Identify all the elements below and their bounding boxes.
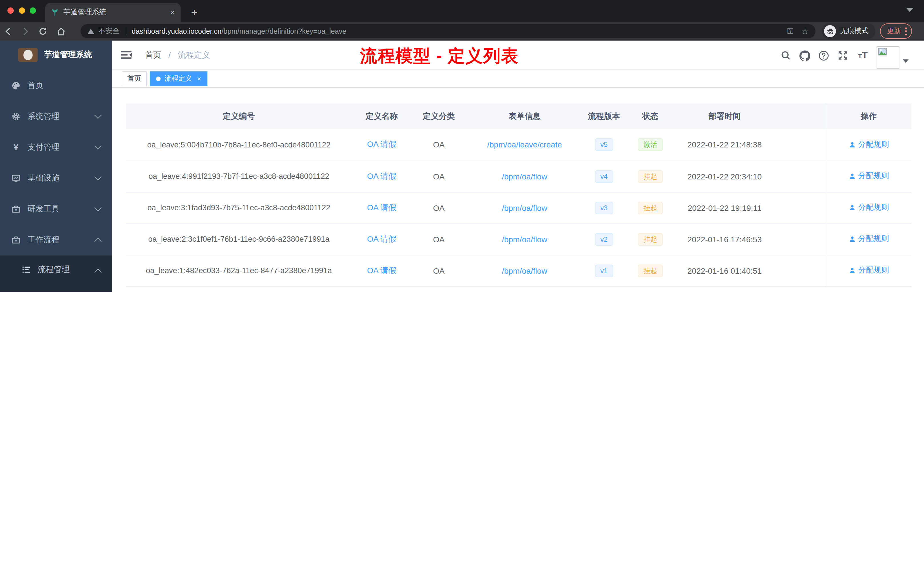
cell-deploy-time: 2022-01-22 19:19:11 xyxy=(675,192,774,223)
sidebar-item-label: 基础设施 xyxy=(27,173,59,183)
password-key-icon[interactable]: ⚿ xyxy=(787,26,794,36)
form-link[interactable]: /bpm/oa/flow xyxy=(502,266,548,275)
col-header-filler xyxy=(774,104,826,129)
status-badge: 激活 xyxy=(638,139,663,151)
sidebar-item-devtools[interactable]: 研发工具 xyxy=(0,194,112,224)
fullscreen-icon[interactable] xyxy=(837,49,849,62)
incognito-badge: 无痕模式 xyxy=(822,23,875,39)
security-warning-icon xyxy=(87,28,94,34)
definition-name-link[interactable]: OA 请假 xyxy=(367,203,396,212)
back-button[interactable] xyxy=(2,25,14,37)
sidebar-item-payment[interactable]: ¥ 支付管理 xyxy=(0,132,112,163)
cell-definition-id: oa_leave:2:3c1f0ef1-76b1-11ec-9c66-a2380… xyxy=(126,223,352,255)
gear-icon xyxy=(12,112,21,121)
window-zoom-button[interactable] xyxy=(30,7,36,14)
broken-image-icon xyxy=(878,48,887,55)
status-badge: 挂起 xyxy=(638,170,663,183)
chevron-down-icon xyxy=(94,204,101,211)
dashboard-icon xyxy=(12,81,21,90)
sidebar-menu: 首页 系统管理 ¥ 支付管理 xyxy=(0,70,112,292)
font-size-icon[interactable]: TT xyxy=(856,49,869,62)
sidebar-item-system[interactable]: 系统管理 xyxy=(0,101,112,132)
col-header-category: 定义分类 xyxy=(411,104,466,129)
definition-name-link[interactable]: OA 请假 xyxy=(367,266,396,275)
col-header-id: 定义编号 xyxy=(126,104,352,129)
list-tree-icon xyxy=(22,265,31,274)
tab-close-icon[interactable]: × xyxy=(171,8,175,16)
version-badge[interactable]: v5 xyxy=(594,139,613,151)
browser-toolbar: 不安全 dashboard.yudao.iocoder.cn/bpm/manag… xyxy=(0,22,924,41)
sidebar-item-workflow[interactable]: 工作流程 xyxy=(0,224,112,256)
chevron-down-icon xyxy=(94,173,101,180)
user-icon xyxy=(848,236,856,243)
home-button[interactable] xyxy=(55,25,67,37)
user-icon xyxy=(848,141,856,148)
form-link[interactable]: /bpm/oa/flow xyxy=(502,172,548,181)
form-link[interactable]: /bpm/oa/leave/create xyxy=(487,140,562,149)
reload-button[interactable] xyxy=(36,25,49,37)
cell-deploy-time: 2022-01-22 21:48:38 xyxy=(675,129,774,160)
new-tab-button[interactable]: + xyxy=(187,5,202,20)
user-icon xyxy=(848,173,856,180)
sidebar-item-label: 支付管理 xyxy=(27,142,59,153)
assign-rule-link[interactable]: 分配规则 xyxy=(848,171,889,181)
forward-button[interactable] xyxy=(19,25,31,37)
search-icon[interactable] xyxy=(779,49,792,62)
assign-rule-link[interactable]: 分配规则 xyxy=(848,203,889,213)
yen-icon: ¥ xyxy=(12,143,21,152)
incognito-icon xyxy=(824,25,836,37)
chevron-up-icon xyxy=(94,269,101,276)
version-badge[interactable]: v3 xyxy=(594,201,613,214)
definition-table: 定义编号 定义名称 定义分类 表单信息 流程版本 状态 部署时间 操作 xyxy=(126,104,911,287)
form-link[interactable]: /bpm/oa/flow xyxy=(502,234,548,244)
definition-name-link[interactable]: OA 请假 xyxy=(367,171,396,180)
breadcrumb-home[interactable]: 首页 xyxy=(145,50,161,59)
cell-category: OA xyxy=(411,223,466,255)
tag-home[interactable]: 首页 xyxy=(122,71,147,86)
cell-deploy-time: 2022-01-16 01:40:51 xyxy=(675,255,774,286)
assign-rule-link[interactable]: 分配规则 xyxy=(848,234,889,244)
browser-menu-icon[interactable] xyxy=(905,27,907,35)
sidebar-item-process-form[interactable]: 流程表单 xyxy=(0,284,112,292)
sidebar-item-label: 研发工具 xyxy=(27,204,59,214)
sidebar-item-home[interactable]: 首页 xyxy=(0,70,112,101)
toolbox-icon xyxy=(12,205,21,214)
breadcrumb-separator: / xyxy=(168,50,171,59)
version-badge[interactable]: v4 xyxy=(594,170,613,183)
sidebar-item-infrastructure[interactable]: 基础设施 xyxy=(0,163,112,194)
workflow-submenu: 流程管理 流程表单 用户分组 xyxy=(0,256,112,292)
browser-tab[interactable]: 芋道管理系统 × xyxy=(45,3,181,22)
browser-update-button[interactable]: 更新 xyxy=(880,23,912,39)
incognito-label: 无痕模式 xyxy=(840,26,869,36)
status-badge: 挂起 xyxy=(638,201,663,214)
form-link[interactable]: /bpm/oa/flow xyxy=(502,203,548,212)
sidebar-item-process-management[interactable]: 流程管理 xyxy=(0,256,112,284)
tag-close-icon[interactable]: × xyxy=(197,74,201,82)
definition-name-link[interactable]: OA 请假 xyxy=(367,140,396,149)
version-badge[interactable]: v2 xyxy=(594,233,613,246)
tag-process-definition[interactable]: 流程定义 × xyxy=(150,71,208,86)
version-badge[interactable]: v1 xyxy=(594,264,613,277)
cell-category: OA xyxy=(411,160,466,192)
user-avatar[interactable] xyxy=(876,46,899,69)
window-close-button[interactable] xyxy=(7,7,14,14)
assign-rule-link[interactable]: 分配规则 xyxy=(848,139,889,150)
tab-title: 芋道管理系统 xyxy=(63,7,166,17)
window-minimize-button[interactable] xyxy=(19,7,25,14)
tags-view-bar: 首页 流程定义 × xyxy=(112,69,924,88)
definition-name-link[interactable]: OA 请假 xyxy=(367,234,396,243)
sidebar-item-label: 系统管理 xyxy=(27,111,59,122)
sidebar-collapse-icon[interactable] xyxy=(121,49,132,61)
table-row: oa_leave:5:004b710b-7b8a-11ec-8ef0-acde4… xyxy=(126,129,911,160)
col-header-name: 定义名称 xyxy=(352,104,411,129)
avatar-dropdown-caret-icon[interactable] xyxy=(903,59,909,63)
bookmark-star-icon[interactable]: ☆ xyxy=(802,26,808,36)
github-icon[interactable] xyxy=(798,49,811,62)
address-bar[interactable]: 不安全 dashboard.yudao.iocoder.cn/bpm/manag… xyxy=(81,24,815,38)
help-icon[interactable] xyxy=(817,49,830,62)
tab-search-caret-icon[interactable] xyxy=(906,8,913,12)
site-favicon-icon xyxy=(51,8,59,16)
assign-rule-link[interactable]: 分配规则 xyxy=(848,266,889,276)
table-row: oa_leave:1:482ec033-762a-11ec-8477-a2380… xyxy=(126,255,911,286)
sidebar-logo[interactable]: 芋道管理系统 xyxy=(0,41,112,69)
